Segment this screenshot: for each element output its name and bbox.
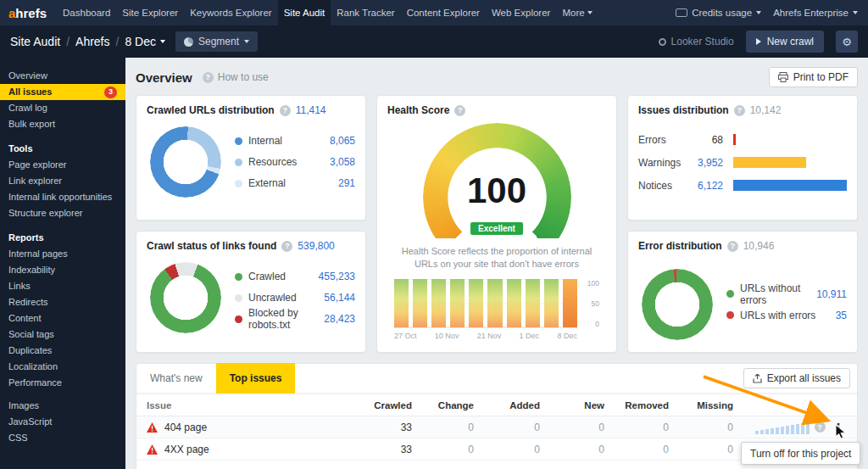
help-icon[interactable] bbox=[815, 422, 826, 433]
sidebar-item-crawl-log[interactable]: Crawl log bbox=[0, 100, 125, 116]
legend-value[interactable]: 455,233 bbox=[319, 271, 355, 282]
legend-item: Blocked by robots.txt 28,423 bbox=[235, 309, 355, 330]
sidebar-item-css[interactable]: CSS bbox=[0, 430, 125, 446]
crawl-status-total[interactable]: 539,800 bbox=[298, 240, 334, 252]
crawl-date-selector[interactable]: 8 Dec bbox=[125, 35, 165, 48]
how-to-use-link[interactable]: How to use bbox=[203, 71, 269, 83]
sidebar-item-javascript[interactable]: JavaScript bbox=[0, 414, 125, 430]
history-bar[interactable] bbox=[526, 279, 540, 327]
legend-value[interactable]: 28,423 bbox=[324, 313, 355, 325]
column-new[interactable]: New bbox=[540, 400, 604, 410]
legend-item: Uncrawled 56,144 bbox=[235, 288, 355, 309]
tab-top-issues[interactable]: Top issues bbox=[216, 363, 296, 394]
sidebar-item-internal-link-opportunities[interactable]: Internal link opportunities bbox=[0, 189, 125, 205]
legend-value[interactable]: 56,144 bbox=[324, 292, 355, 304]
turn-off-project-menu-item[interactable]: Turn off for this project bbox=[741, 442, 860, 465]
cell-crawled[interactable]: 33 bbox=[344, 444, 412, 455]
sidebar-item-images[interactable]: Images bbox=[0, 398, 125, 414]
segment-icon bbox=[184, 37, 193, 47]
legend-value[interactable]: 8,065 bbox=[330, 135, 355, 147]
dist-value[interactable]: 6,122 bbox=[686, 180, 723, 192]
sidebar-item-duplicates[interactable]: Duplicates bbox=[0, 343, 125, 359]
nav-item-dashboard[interactable]: Dashboard bbox=[57, 0, 116, 25]
history-bar[interactable] bbox=[487, 279, 502, 327]
history-bar-current[interactable] bbox=[563, 279, 577, 327]
history-bar[interactable] bbox=[394, 279, 409, 327]
settings-button[interactable] bbox=[836, 31, 858, 53]
history-bar[interactable] bbox=[469, 279, 483, 327]
sidebar-item-structure-explorer[interactable]: Structure explorer bbox=[0, 205, 125, 221]
sidebar-item-internal-pages[interactable]: Internal pages bbox=[0, 246, 125, 262]
column-crawled[interactable]: Crawled bbox=[344, 400, 412, 410]
nav-item-site-audit[interactable]: Site Audit bbox=[278, 0, 331, 25]
sidebar-item-page-explorer[interactable]: Page explorer bbox=[0, 157, 125, 173]
sidebar-item-social-tags[interactable]: Social tags bbox=[0, 327, 125, 343]
overview-cards: Crawled URLs distribution 11,414 Interna… bbox=[136, 95, 858, 353]
column-added[interactable]: Added bbox=[474, 400, 540, 410]
sidebar-item-links[interactable]: Links bbox=[0, 278, 125, 294]
cell-crawled[interactable]: 33 bbox=[344, 422, 412, 433]
legend-value[interactable]: 10,911 bbox=[816, 288, 847, 300]
sidebar: Overview All issues 3 Crawl log Bulk exp… bbox=[0, 58, 125, 469]
help-icon[interactable] bbox=[281, 241, 292, 252]
tab-whats-new[interactable]: What's new bbox=[136, 363, 216, 394]
legend-value[interactable]: 291 bbox=[338, 177, 355, 189]
crawled-urls-total[interactable]: 11,414 bbox=[296, 104, 326, 116]
card-title: Health Score bbox=[387, 104, 449, 116]
sidebar-item-bulk-export[interactable]: Bulk export bbox=[0, 116, 125, 132]
sidebar-item-performance[interactable]: Performance bbox=[0, 375, 125, 391]
dist-value[interactable]: 68 bbox=[686, 134, 723, 146]
sidebar-section-tools: Tools bbox=[0, 141, 125, 157]
nav-item-keywords-explorer[interactable]: Keywords Explorer bbox=[184, 0, 278, 25]
sidebar-item-indexability[interactable]: Indexability bbox=[0, 262, 125, 278]
sidebar-item-redirects[interactable]: Redirects bbox=[0, 294, 125, 310]
print-to-pdf-button[interactable]: Print to PDF bbox=[769, 67, 858, 87]
account-menu[interactable]: Ahrefs Enterprise bbox=[773, 8, 858, 18]
looker-studio-link[interactable]: Looker Studio bbox=[659, 36, 734, 47]
issue-row-404[interactable]: 404 page 33 0 0 0 0 0 bbox=[136, 416, 857, 438]
health-score-value: 100 bbox=[386, 170, 608, 211]
account-label: Ahrefs Enterprise bbox=[773, 8, 849, 18]
export-all-issues-button[interactable]: Export all issues bbox=[743, 368, 850, 388]
ahrefs-logo[interactable]: ahrefs bbox=[0, 0, 57, 25]
cell-added: 0 bbox=[474, 444, 540, 455]
breadcrumb-site-audit[interactable]: Site Audit bbox=[10, 35, 60, 48]
new-crawl-button[interactable]: New crawl bbox=[746, 31, 824, 53]
column-removed[interactable]: Removed bbox=[604, 400, 669, 410]
nav-item-rank-tracker[interactable]: Rank Tracker bbox=[331, 0, 400, 25]
sidebar-item-content[interactable]: Content bbox=[0, 310, 125, 327]
issue-name[interactable]: 404 page bbox=[164, 422, 207, 433]
credits-usage-menu[interactable]: Credits usage bbox=[676, 8, 761, 18]
sidebar-item-link-explorer[interactable]: Link explorer bbox=[0, 173, 125, 189]
legend-dot-uncrawled bbox=[235, 294, 242, 302]
help-icon[interactable] bbox=[734, 105, 745, 116]
help-icon[interactable] bbox=[454, 105, 465, 116]
column-issue[interactable]: Issue bbox=[147, 400, 344, 410]
sidebar-item-all-issues[interactable]: All issues 3 bbox=[0, 84, 125, 100]
column-change[interactable]: Change bbox=[412, 400, 474, 410]
sidebar-item-overview[interactable]: Overview bbox=[0, 68, 125, 84]
history-bar[interactable] bbox=[450, 279, 465, 327]
history-bar[interactable] bbox=[431, 279, 446, 327]
sidebar-item-localization[interactable]: Localization bbox=[0, 359, 125, 375]
nav-item-more[interactable]: More bbox=[556, 0, 598, 25]
dist-value[interactable]: 3,952 bbox=[686, 157, 723, 169]
issue-name[interactable]: 4XX page bbox=[164, 444, 209, 455]
legend-dot-external bbox=[235, 180, 242, 187]
cell-missing: 0 bbox=[669, 422, 733, 433]
history-bar[interactable] bbox=[544, 279, 559, 327]
nav-item-site-explorer[interactable]: Site Explorer bbox=[116, 0, 184, 25]
help-icon[interactable] bbox=[280, 105, 291, 116]
column-missing[interactable]: Missing bbox=[669, 400, 733, 410]
nav-item-content-explorer[interactable]: Content Explorer bbox=[401, 0, 486, 25]
breadcrumb-project[interactable]: Ahrefs bbox=[75, 35, 109, 48]
history-bar[interactable] bbox=[507, 279, 521, 327]
legend-value[interactable]: 35 bbox=[836, 310, 847, 321]
row-menu-icon[interactable] bbox=[830, 421, 847, 434]
print-to-pdf-label: Print to PDF bbox=[793, 71, 849, 83]
segment-button[interactable]: Segment bbox=[175, 31, 258, 52]
legend-value[interactable]: 3,058 bbox=[330, 156, 355, 168]
help-icon[interactable] bbox=[727, 241, 738, 252]
nav-item-web-explorer[interactable]: Web Explorer bbox=[486, 0, 556, 25]
history-bar[interactable] bbox=[413, 279, 427, 327]
